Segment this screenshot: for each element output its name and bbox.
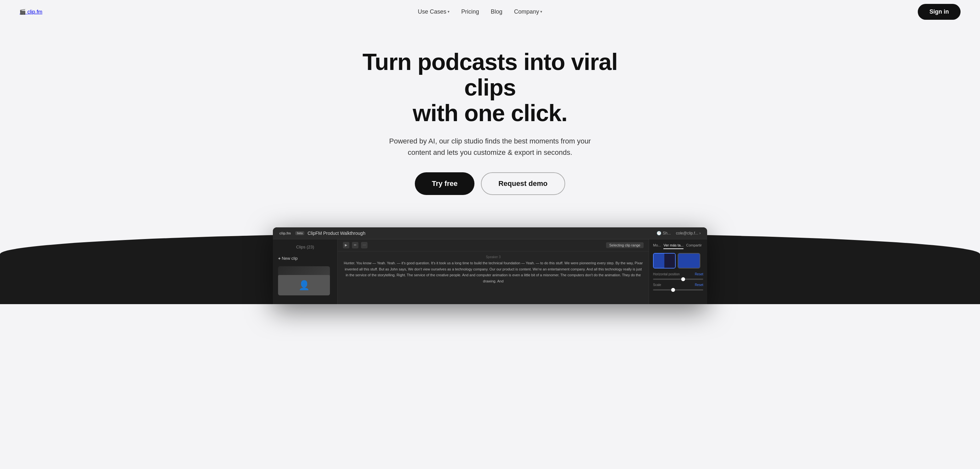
nav-blog[interactable]: Blog <box>491 8 502 15</box>
app-body: Clips (23) + + New clip 👤 <box>273 239 707 304</box>
titlebar-right: 🕐 Sh... cole@clip.f... › <box>657 231 701 235</box>
chevron-right-icon: › <box>699 231 701 235</box>
clips-header: Clips (23) <box>273 245 337 253</box>
preview-1-inner <box>654 254 675 268</box>
hero-buttons: Try free Request demo <box>357 172 623 195</box>
logo-text: clip.fm <box>27 9 42 14</box>
user-email: cole@clip.f... › <box>676 231 701 235</box>
right-panel: Mo... Ver más ta... Compartir <box>649 239 707 304</box>
preview-1[interactable] <box>653 253 676 269</box>
clip-thumbnail[interactable]: 👤 <box>278 266 330 296</box>
speaker-label: Speaker 3 <box>343 255 644 259</box>
nav-links: Use Cases ▾ Pricing Blog Company ▾ <box>418 8 542 15</box>
hero-title: Turn podcasts into viral clips with one … <box>357 49 623 126</box>
options-icon[interactable]: ⋯ <box>361 242 368 248</box>
hero-subtitle: Powered by AI, our clip studio finds the… <box>386 135 594 158</box>
request-demo-button[interactable]: Request demo <box>481 172 565 195</box>
transcript-area[interactable]: Speaker 3 Hunter. You know — Yeah. Yeah.… <box>338 251 649 304</box>
logo-icon: 🎬 <box>19 9 26 14</box>
hero-content: Turn podcasts into viral clips with one … <box>344 23 636 208</box>
preview-2-inner <box>678 254 700 268</box>
horizontal-position-row: Horizontal position Reset <box>653 272 703 276</box>
new-clip-label: + New clip <box>278 256 298 261</box>
signin-button[interactable]: Sign in <box>918 4 961 20</box>
transcript-text: Hunter. You know — Yeah. Yeah. — it's go… <box>343 260 644 285</box>
preview-2[interactable] <box>678 253 700 269</box>
app-titlebar: clip.fm beta ClipFM Product Walkthrough … <box>273 227 707 239</box>
navbar: 🎬 clip.fm Use Cases ▾ Pricing Blog Compa… <box>0 0 980 23</box>
slider-thumb <box>681 277 685 281</box>
app-sidebar: Clips (23) + + New clip 👤 <box>273 239 338 304</box>
scale-slider[interactable] <box>653 289 703 291</box>
scale-reset-button[interactable]: Reset <box>695 283 703 287</box>
horizontal-position-label: Horizontal position <box>653 272 679 276</box>
tab-more[interactable]: Ver más ta... <box>663 243 684 249</box>
horizontal-reset-button[interactable]: Reset <box>695 272 703 276</box>
beta-badge: beta <box>295 231 304 235</box>
clock-icon: 🕐 <box>657 231 662 235</box>
scale-row: Scale Reset <box>653 283 703 287</box>
nav-company[interactable]: Company ▾ <box>514 8 542 15</box>
app-window-wrapper: clip.fm beta ClipFM Product Walkthrough … <box>273 227 707 304</box>
tab-mode[interactable]: Mo... <box>653 243 661 249</box>
preview-right-half <box>664 254 675 268</box>
new-clip-button[interactable]: + + New clip <box>273 253 337 264</box>
play-icon[interactable]: ▶ <box>343 242 349 248</box>
chevron-down-icon: ▾ <box>447 10 450 14</box>
nav-use-cases[interactable]: Use Cases ▾ <box>418 8 450 15</box>
toolbar-icons: ▶ ✏ ⋯ <box>343 242 368 248</box>
titlebar-left: clip.fm beta ClipFM Product Walkthrough <box>279 231 365 236</box>
try-free-button[interactable]: Try free <box>415 172 474 195</box>
app-window-title: ClipFM Product Walkthrough <box>307 231 365 236</box>
selecting-badge: Selecting clip range <box>606 242 644 248</box>
share-button[interactable]: 🕐 Sh... <box>657 231 671 235</box>
app-main-content: ▶ ✏ ⋯ Selecting clip range Speaker 3 Hun… <box>338 239 649 304</box>
scale-label: Scale <box>653 283 661 287</box>
horizontal-position-slider[interactable] <box>653 278 703 280</box>
panel-previews <box>653 253 703 269</box>
hero-section: Turn podcasts into viral clips with one … <box>0 0 980 304</box>
panel-tabs: Mo... Ver más ta... Compartir <box>653 243 703 249</box>
tab-share[interactable]: Compartir <box>686 243 702 249</box>
main-toolbar: ▶ ✏ ⋯ Selecting clip range <box>338 239 649 251</box>
app-logo: clip.fm <box>279 231 291 235</box>
chevron-down-icon: ▾ <box>540 10 542 14</box>
logo[interactable]: 🎬 clip.fm <box>19 9 43 15</box>
scale-slider-thumb <box>671 288 675 292</box>
nav-pricing[interactable]: Pricing <box>461 8 479 15</box>
app-window: clip.fm beta ClipFM Product Walkthrough … <box>273 227 707 304</box>
person-thumbnail: 👤 <box>278 275 330 296</box>
edit-icon[interactable]: ✏ <box>352 242 358 248</box>
thumbnail-content: 👤 <box>278 266 330 296</box>
preview-left-half <box>654 254 664 268</box>
